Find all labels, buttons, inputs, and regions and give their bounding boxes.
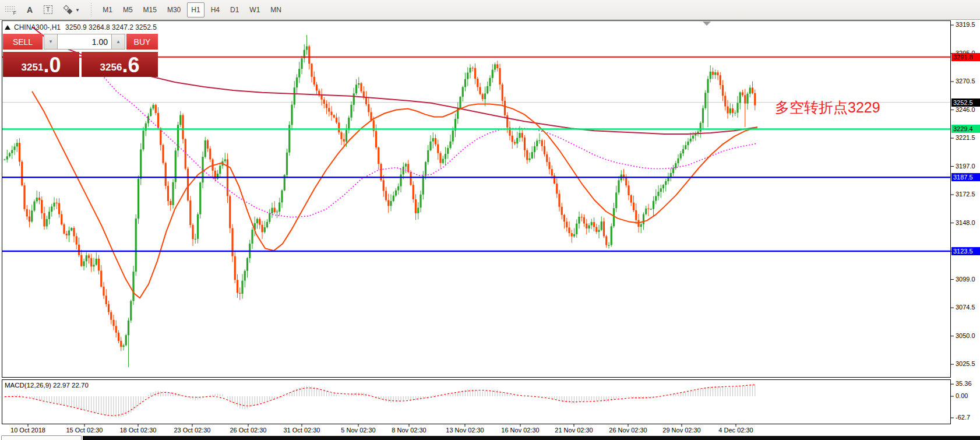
price-tick-label: 3148.0 <box>956 219 975 226</box>
time-axis-label: 8 Nov 02:30 <box>392 427 426 434</box>
buy-price-pips: .6 <box>122 55 139 75</box>
price-tick-label: 3246.0 <box>956 106 975 113</box>
one-click-trading-panel: SELL ▼ ▲ BUY 3251 .0 3256 .6 <box>3 34 158 90</box>
timeframe-button-m1[interactable]: M1 <box>98 2 117 17</box>
price-tick-label: 3074.5 <box>956 304 975 311</box>
timeframe-button-h1[interactable]: H1 <box>187 2 204 17</box>
price-badge-3187.5: 3187.5 <box>951 173 980 181</box>
text-a-icon: A <box>27 5 33 15</box>
price-tick-label: 3319.5 <box>956 21 975 28</box>
price-badge-3123.5: 3123.5 <box>951 247 980 255</box>
up-arrow-icon: ▲ <box>116 39 121 44</box>
text-label-tool-button[interactable]: T <box>40 2 57 17</box>
bottom-window-tab[interactable] <box>1 435 82 440</box>
time-axis-label: 5 Nov 02:30 <box>341 427 375 434</box>
fibonacci-icon: F <box>5 5 16 15</box>
buy-button[interactable]: BUY <box>126 34 158 50</box>
chart-text-annotation[interactable]: 多空转折点3229 <box>775 98 880 117</box>
sell-button[interactable]: SELL <box>3 34 43 50</box>
sell-price-pips: .0 <box>43 55 61 75</box>
shapes-tool-button[interactable]: ▾ <box>59 2 83 17</box>
symbol-name: CHINA300-,H1 <box>14 23 61 31</box>
buy-price-base: 3256 <box>100 62 122 73</box>
volume-input[interactable] <box>58 34 111 50</box>
toolbar-separator <box>90 3 93 16</box>
text-tool-button[interactable]: A <box>22 2 37 17</box>
time-axis-label: 21 Nov 02:30 <box>555 427 593 434</box>
symbol-ohlc: 3250.9 3264.8 3247.2 3252.5 <box>65 23 157 31</box>
price-badge-3229.4: 3229.4 <box>951 125 980 133</box>
price-badge-3291.8: 3291.8 <box>951 53 980 61</box>
mt4-window: F A T ▾ M1M5M15M30H1H4D1W1MN CHINA300-,H… <box>0 0 980 440</box>
time-axis-label: 26 Oct 02:30 <box>230 427 267 434</box>
time-axis-label: 13 Nov 02:30 <box>446 427 484 434</box>
volume-decrease-button[interactable]: ▼ <box>44 34 58 50</box>
timeframe-button-h4[interactable]: H4 <box>207 2 224 17</box>
time-axis-label: 26 Nov 02:30 <box>609 427 647 434</box>
timeframe-button-group: M1M5M15M30H1H4D1W1MN <box>97 2 287 17</box>
timeframe-button-d1[interactable]: D1 <box>226 2 243 17</box>
price-badge-3252.5: 3252.5 <box>951 98 980 107</box>
time-axis-label: 18 Oct 02:30 <box>120 427 157 434</box>
timeframe-button-m15[interactable]: M15 <box>139 2 161 17</box>
time-axis-label: 16 Nov 02:30 <box>501 427 539 434</box>
time-axis-label: 29 Nov 02:30 <box>662 427 700 434</box>
price-tick-label: 3099.0 <box>956 276 975 283</box>
time-axis-label: 15 Oct 02:30 <box>66 427 103 434</box>
time-axis-label: 31 Oct 02:30 <box>284 427 320 434</box>
volume-increase-button[interactable]: ▲ <box>111 34 125 50</box>
top-toolbar: F A T ▾ M1M5M15M30H1H4D1W1MN <box>0 0 980 20</box>
macd-tick-label: 0.00 <box>956 392 968 399</box>
text-label-icon: T <box>44 5 52 14</box>
buy-price-button[interactable]: 3256 .6 <box>82 52 158 77</box>
sell-price-base: 3251 <box>22 62 44 73</box>
bottom-window-bar <box>83 436 980 440</box>
shapes-icon <box>63 5 75 15</box>
price-tick-label: 3050.0 <box>956 332 975 339</box>
price-tick-label: 3270.5 <box>956 78 975 85</box>
timeframe-button-m5[interactable]: M5 <box>119 2 137 17</box>
price-tick-label: 3197.0 <box>956 163 975 170</box>
macd-indicator-label: MACD(12,26,9) 22.97 22.70 <box>5 382 89 389</box>
price-tick-label: 3025.5 <box>956 360 975 367</box>
sell-price-button[interactable]: 3251 .0 <box>3 52 79 77</box>
fibonacci-tool-button[interactable]: F <box>1 2 20 17</box>
symbol-info-bar: CHINA300-,H1 3250.9 3264.8 3247.2 3252.5 <box>5 23 157 31</box>
time-axis-label: 23 Oct 02:30 <box>174 427 211 434</box>
timeframe-button-w1[interactable]: W1 <box>245 2 264 17</box>
chart-region: CHINA300-,H1 3250.9 3264.8 3247.2 3252.5… <box>0 20 980 440</box>
timeframe-button-m30[interactable]: M30 <box>163 2 185 17</box>
price-tick-label: 3221.5 <box>956 134 975 141</box>
price-tick-label: 3172.5 <box>956 191 975 198</box>
macd-tick-label: -62.7 <box>956 414 970 421</box>
time-axis-label: 4 Dec 02:30 <box>718 427 753 434</box>
up-triangle-icon <box>5 25 10 30</box>
time-axis-label: 10 Oct 2018 <box>10 427 45 434</box>
timeframe-button-mn[interactable]: MN <box>266 2 285 17</box>
macd-tick-label: 35.36 <box>956 380 972 387</box>
chevron-down-icon: ▾ <box>76 7 79 13</box>
down-arrow-icon: ▼ <box>48 39 53 44</box>
